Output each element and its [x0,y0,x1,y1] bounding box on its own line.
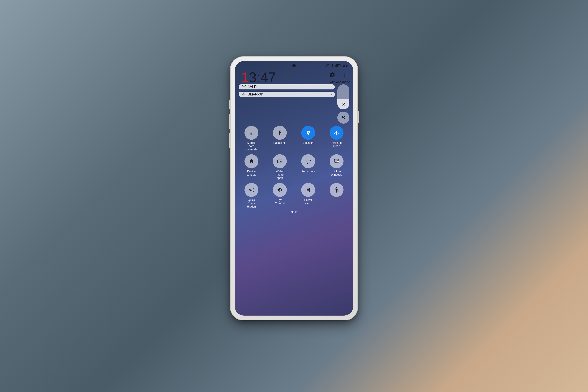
power-saving-icon [306,187,311,192]
device-controls-label: Device controls [244,170,258,176]
svg-rect-33 [307,189,309,191]
eye-comfort-label: Eye Comfort [273,198,287,205]
airplane-mode-icon-circle [330,126,344,140]
quick-share-icon-circle [244,183,258,197]
auto-rotate-tile[interactable]: Auto-rotate [295,154,321,180]
svg-line-41 [338,191,338,192]
link-to-windows-icon [334,159,339,164]
svg-rect-22 [281,161,282,162]
power-saving-icon-circle [301,183,315,197]
svg-line-10 [242,94,244,95]
bluetooth-label: Bluetooth [248,92,329,96]
svg-point-27 [252,188,253,189]
auto-rotate-icon-circle [301,154,315,168]
quick-share-tile[interactable]: Quick ShareHidden [239,183,264,208]
eye-comfort-icon-circle [273,183,287,197]
extra-brightness-icon [334,187,339,192]
wifi-icon [242,84,246,90]
time-first-digit: 1 [241,70,249,85]
mobile-data-label: Mobile dataroe mode [244,141,258,151]
svg-point-8 [244,88,244,88]
sound-mute-tile[interactable] [337,112,349,124]
wallet-icon-circle [273,154,287,168]
page-dot-2 [295,211,297,213]
wifi-label: Wi-Fi [248,85,329,89]
tiles-row-1: ↑↓ Mobile dataroe mode Flashlight • [239,126,349,151]
svg-line-9 [242,93,244,94]
svg-point-35 [335,189,338,191]
device-controls-icon-circle [244,154,258,168]
flashlight-icon [277,130,282,136]
device-controls-icon [249,159,254,164]
svg-rect-34 [308,188,309,188]
clock: 13:47 [241,70,276,84]
device-controls-tile[interactable]: Device controls [239,154,264,180]
auto-rotate-label: Auto-rotate [301,170,315,173]
link-to-windows-tile[interactable]: Link to Windows [324,154,350,180]
settings-icon [330,72,335,78]
phone-body: 38% 13:47 Tue, Jul 9 [231,57,357,320]
dnd-icon [326,64,330,68]
mobile-data-icon-circle: ↑↓ [244,126,258,140]
svg-line-40 [335,188,335,189]
svg-line-43 [338,188,338,189]
svg-line-16 [342,104,342,104]
svg-rect-4 [340,65,341,66]
quick-settings-panel: Wi-Fi › Blue [239,84,349,213]
eye-comfort-tile[interactable]: Eye Comfort [267,183,293,208]
flashlight-tile[interactable]: Flashlight • [267,126,293,151]
bixby-button[interactable] [229,133,231,148]
wifi-svg [242,84,246,88]
airplane-mode-tile[interactable]: Airplane mode [324,126,350,151]
extra-brightness-icon-circle [330,183,344,197]
wifi-tile[interactable]: Wi-Fi › [239,84,335,90]
page-dots [239,211,349,213]
airplane-tile-icon [334,130,339,136]
page-dot-1 [291,211,293,213]
wifi-arrow: › [331,85,332,89]
svg-point-28 [249,189,251,191]
phone: 38% 13:47 Tue, Jul 9 [231,57,357,320]
mute-icon [341,115,346,120]
location-icon-circle [301,126,315,140]
battery-icon [335,64,341,68]
quick-share-label: Quick ShareHidden [244,198,258,208]
bluetooth-tile[interactable]: Bluetooth › [239,92,335,97]
power-saving-label: Power sav... [301,198,315,205]
airplane-status-icon [331,64,334,68]
wallet-label: WalletTap to open [273,170,287,180]
svg-line-31 [251,189,252,190]
svg-point-6 [344,74,345,75]
location-tile[interactable]: Location [295,126,321,151]
top-right-controls [328,70,348,79]
power-saving-tile[interactable]: Power sav... [295,183,321,208]
airplane-mode-label: Airplane mode [330,80,350,84]
bluetooth-svg [242,92,245,96]
power-button[interactable] [357,111,359,123]
brightness-slider[interactable] [337,84,349,110]
bluetooth-arrow: › [331,92,332,96]
battery-percent: 38% [342,64,348,68]
mobile-data-tile[interactable]: ↑↓ Mobile dataroe mode [239,126,264,151]
wallet-tile[interactable]: WalletTap to open [267,154,293,180]
three-dots-icon [342,72,346,78]
screen: 38% 13:47 Tue, Jul 9 [235,61,353,316]
flashlight-label: Flashlight • [273,141,287,145]
svg-point-11 [343,104,344,106]
bluetooth-icon [242,92,245,97]
extra-brightness-tile[interactable] [324,183,350,208]
settings-button[interactable] [328,70,337,79]
volume-down-button[interactable] [229,114,231,130]
wallet-icon [277,159,282,164]
more-options-button[interactable] [340,70,348,79]
front-camera [292,64,296,67]
svg-rect-24 [337,160,339,162]
location-label: Location [303,141,314,145]
eye-comfort-icon [277,187,282,192]
volume-up-button[interactable] [229,100,231,110]
airplane-mode-tile-label: Airplane mode [330,141,344,148]
link-to-windows-label: Link to Windows [330,170,344,176]
location-icon [306,130,311,136]
status-icons: 38% [326,64,348,68]
svg-point-29 [252,191,253,192]
